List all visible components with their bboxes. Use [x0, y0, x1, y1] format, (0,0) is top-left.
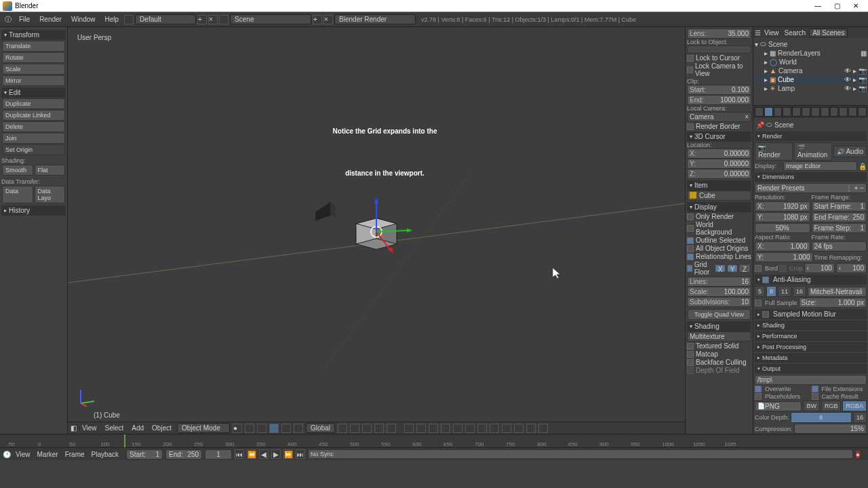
- only-render-check[interactable]: [687, 214, 694, 220]
- tl-current[interactable]: 1: [205, 449, 232, 460]
- render-button[interactable]: 📷 Render: [755, 142, 793, 161]
- layout-del[interactable]: ×: [208, 15, 218, 24]
- panel-shading[interactable]: Shading: [687, 321, 751, 331]
- frame-step[interactable]: Frame Step:1: [812, 223, 867, 233]
- all-origins-check[interactable]: [687, 245, 694, 252]
- cursor-z[interactable]: Z:0.00000: [687, 169, 751, 179]
- clip-start[interactable]: Start:0.100: [687, 85, 751, 95]
- data-button[interactable]: Data: [2, 186, 33, 203]
- res-y[interactable]: Y:1080 px: [755, 212, 810, 222]
- close-button[interactable]: ✕: [846, 2, 865, 9]
- delete-button[interactable]: Delete: [2, 121, 65, 132]
- aa-check[interactable]: [762, 277, 769, 283]
- menu-help[interactable]: Help: [101, 14, 123, 24]
- format-select[interactable]: 📄 PNG: [755, 401, 802, 411]
- playhead[interactable]: [124, 434, 125, 447]
- outliner-view[interactable]: View: [762, 29, 781, 37]
- tl-start[interactable]: Start:1: [126, 449, 163, 460]
- snap-element-icon[interactable]: [502, 424, 511, 433]
- menu-window[interactable]: Window: [67, 14, 100, 24]
- lock-camera-check[interactable]: [687, 66, 693, 73]
- aa-8[interactable]: 8: [766, 286, 776, 297]
- manipulator-rotate-icon[interactable]: [281, 424, 291, 433]
- layout-add[interactable]: +: [197, 15, 207, 24]
- start-frame[interactable]: Start Frame:1: [812, 201, 867, 211]
- manipulator-icon[interactable]: [257, 424, 267, 433]
- viewport-shading-icon[interactable]: ●: [233, 424, 242, 433]
- grid-subdiv[interactable]: Subdivisions:10: [687, 297, 751, 307]
- scene-del[interactable]: ×: [323, 15, 333, 24]
- tab-render-layers[interactable]: [764, 107, 773, 117]
- autokey-icon[interactable]: ●: [856, 451, 860, 458]
- tl-marker[interactable]: Marker: [35, 450, 60, 459]
- panel-3d-cursor[interactable]: 3D Cursor: [687, 131, 751, 142]
- manipulator-translate-icon[interactable]: [269, 424, 279, 433]
- remap-old[interactable]: ‹100: [804, 263, 835, 273]
- clip-end[interactable]: End:1000.000: [687, 95, 751, 105]
- bw-button[interactable]: BW: [803, 401, 820, 411]
- end-frame[interactable]: End Frame:250: [812, 212, 867, 222]
- cat-motion-blur[interactable]: Sampled Motion Blur: [755, 309, 867, 319]
- remap-new[interactable]: ‹100: [836, 263, 867, 273]
- placeholder-check[interactable]: [755, 393, 762, 400]
- tl-view[interactable]: View: [14, 450, 33, 459]
- panel-transform[interactable]: Transform: [1, 30, 66, 40]
- lock-interface[interactable]: 🔒: [859, 163, 867, 170]
- world-bg-check[interactable]: [687, 225, 694, 232]
- aa-filter[interactable]: Mitchell-Netravali: [808, 287, 867, 297]
- jump-start-button[interactable]: ⏮: [235, 449, 244, 459]
- grid-scale[interactable]: Scale:100.000: [687, 287, 751, 297]
- render-preview-icon[interactable]: [514, 424, 524, 433]
- grid-lines[interactable]: Lines:16: [687, 277, 751, 287]
- outliner-tree[interactable]: ▾⬭Scene ▸▦RenderLayers▦ ▸◯World ▸▲Camera…: [753, 38, 868, 106]
- cat-output[interactable]: Output: [755, 364, 867, 373]
- rgba-button[interactable]: RGBA: [842, 401, 867, 411]
- cat-dimensions[interactable]: Dimensions: [755, 172, 867, 182]
- tab-object[interactable]: [792, 107, 801, 117]
- jump-end-button[interactable]: ⏭: [296, 449, 305, 459]
- aa-11[interactable]: 11: [778, 286, 791, 297]
- duplicate-button[interactable]: Duplicate: [2, 98, 65, 109]
- pin-icon[interactable]: 📌: [756, 121, 764, 129]
- border-check[interactable]: [755, 265, 762, 272]
- keyframe-next-button[interactable]: ⏩: [283, 449, 293, 459]
- textured-solid-check[interactable]: [687, 343, 694, 350]
- tab-modifiers[interactable]: [811, 107, 820, 117]
- data-layout-button[interactable]: Data Layo: [35, 186, 66, 203]
- output-path[interactable]: /tmp\: [755, 375, 867, 385]
- vp-select-menu[interactable]: Select: [102, 424, 127, 432]
- backface-check[interactable]: [687, 359, 694, 366]
- lens-field[interactable]: Lens:35.000: [687, 28, 751, 39]
- layer-4[interactable]: [374, 424, 384, 433]
- aspect-y[interactable]: Y:1.000: [755, 252, 813, 262]
- camera-field[interactable]: Camera×: [687, 112, 751, 122]
- aspect-x[interactable]: X:1.000: [755, 241, 810, 251]
- render-engine-select[interactable]: Blender Render: [334, 14, 416, 24]
- toggle-quad-button[interactable]: Toggle Quad View: [688, 309, 751, 320]
- back-to-previous[interactable]: [124, 15, 134, 24]
- tab-data[interactable]: [821, 107, 829, 117]
- tab-texture[interactable]: [839, 107, 848, 117]
- screen-layout-select[interactable]: Default: [135, 14, 196, 24]
- cursor-x[interactable]: X:0.00000: [687, 148, 751, 159]
- layer-3[interactable]: [362, 424, 372, 433]
- 3d-viewport[interactable]: User Persp: [68, 27, 685, 434]
- duplicate-linked-button[interactable]: Duplicate Linked: [2, 110, 65, 121]
- maximize-button[interactable]: ▢: [827, 2, 846, 9]
- compression-field[interactable]: 15%: [794, 424, 867, 434]
- fileext-check[interactable]: [812, 386, 818, 392]
- outliner-icon[interactable]: ☰: [755, 29, 761, 37]
- tab-constraints[interactable]: [802, 107, 810, 117]
- keyframe-prev-button[interactable]: ⏪: [247, 449, 256, 459]
- cursor-y[interactable]: Y:0.00000: [687, 159, 751, 169]
- aa-5[interactable]: 5: [755, 286, 765, 297]
- tab-material[interactable]: [830, 107, 839, 117]
- orientation-select[interactable]: Global: [306, 423, 335, 433]
- cat-metadata[interactable]: Metadata: [755, 353, 867, 363]
- set-origin-button[interactable]: Set Origin: [2, 144, 65, 155]
- cat-performance[interactable]: Performance: [755, 331, 867, 341]
- fullsample-check[interactable]: [755, 300, 762, 306]
- vp-object-menu[interactable]: Object: [149, 424, 174, 432]
- matcap-check[interactable]: [687, 351, 694, 358]
- tl-playback[interactable]: Playback: [90, 450, 121, 459]
